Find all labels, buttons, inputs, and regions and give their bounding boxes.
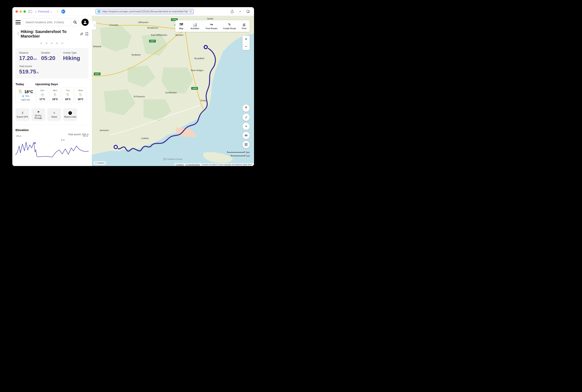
maximize-window-button[interactable] xyxy=(24,10,26,13)
sidebar: 〈 Hiking: Saundersfoot To Manorbier ★ ★ … xyxy=(12,16,92,166)
shield-label: A478 xyxy=(192,88,197,89)
today-temp: 18°C xyxy=(24,90,33,94)
route-markers-button[interactable]: 📍 xyxy=(242,104,250,112)
back-button[interactable]: 〈 xyxy=(55,10,59,14)
new-tab-icon[interactable]: ＋ xyxy=(238,10,242,14)
close-window-button[interactable] xyxy=(16,10,18,13)
stat-label: Total Ascent xyxy=(19,65,85,68)
globe-icon: 🌐 xyxy=(97,10,101,13)
action-label: Report route xyxy=(64,116,76,118)
toolbar-create-route[interactable]: ✎ Create Route xyxy=(221,20,238,32)
action-label: 3D Fly-through xyxy=(32,114,45,119)
chevron-down-icon: ⌄ xyxy=(50,10,53,13)
tabs-overview-icon[interactable] xyxy=(246,10,250,14)
back-button[interactable]: 〈 xyxy=(16,32,19,36)
zoom-in-button[interactable]: + xyxy=(242,36,250,43)
flythrough-button[interactable]: ➤ 3D Fly-through xyxy=(32,108,45,121)
shield-label: A477 xyxy=(95,73,99,75)
stat-ascent: Total Ascent 519.75m xyxy=(19,65,85,75)
share-button[interactable]: < Share xyxy=(47,108,61,121)
menu-button[interactable] xyxy=(16,20,21,24)
elevation-heading: Elevation xyxy=(16,128,89,132)
rain-icon: 🌦️ xyxy=(51,93,60,96)
account-button[interactable] xyxy=(82,19,89,26)
report-button[interactable]: ! Report route xyxy=(63,108,77,121)
map-label: Whitehill xyxy=(93,45,101,48)
attrib-osm[interactable]: © OpenStreetMap xyxy=(185,164,200,166)
link-icon[interactable] xyxy=(80,32,84,36)
svg-rect-3 xyxy=(247,10,249,12)
search-field[interactable] xyxy=(23,18,79,26)
action-label: Export GPX xyxy=(17,116,28,118)
stat-value: 05:20 xyxy=(41,55,56,61)
toolbar-find-routes[interactable]: ↬ Find Routes xyxy=(203,20,221,32)
rain-icon: 🌧️ xyxy=(38,93,47,96)
minimize-window-button[interactable] xyxy=(20,10,22,13)
map-label: Lydstep xyxy=(141,137,149,140)
scale-mi: 1mi xyxy=(246,155,250,157)
day-card: Mon 🌦️ 19°C xyxy=(49,88,61,103)
toolbar-label: Find Routes xyxy=(206,27,217,30)
profile-label: Personal xyxy=(38,10,49,13)
sidebar-toggle-icon[interactable] xyxy=(28,10,32,14)
day-name: Mon xyxy=(51,89,60,92)
precip-value: 79% xyxy=(25,95,29,97)
day-name: Sun xyxy=(38,89,47,92)
toolbar-label: Create Route xyxy=(223,27,236,30)
rain-icon: 🌦️ xyxy=(63,93,72,96)
day-temp: 18°C xyxy=(63,98,72,101)
svg-point-6 xyxy=(84,21,86,22)
share-icon[interactable] xyxy=(230,10,234,14)
fullscreen-button[interactable]: ⤢ xyxy=(242,114,250,121)
profile-picker[interactable]: ☺ Personal ⌄ xyxy=(35,10,53,13)
layers-button[interactable] xyxy=(242,141,250,148)
bookmark-icon[interactable] xyxy=(85,32,89,36)
route-title: Hiking: Saundersfoot To Manorbier xyxy=(21,30,78,38)
today-heading: Today xyxy=(16,82,35,86)
rain-sun-icon: 🌦️ xyxy=(18,89,23,94)
browser-chrome: ☺ Personal ⌄ 〈 B+ 🌐 https://explore.osma… xyxy=(12,7,254,16)
search-input[interactable] xyxy=(23,21,71,24)
svg-rect-0 xyxy=(29,10,32,13)
toolbar-label: Activities xyxy=(191,27,199,30)
zoom-out-button[interactable]: − xyxy=(242,43,250,50)
toolbar-print[interactable]: 🖨 Print xyxy=(238,20,250,32)
collapse-sidebar-button[interactable]: 〈 xyxy=(92,21,96,30)
search-button[interactable] xyxy=(71,18,79,26)
alert-icon: ! xyxy=(68,111,72,115)
elevation-chart[interactable] xyxy=(16,140,89,158)
shield-label: A477 xyxy=(150,40,155,42)
day-name: Wed xyxy=(76,89,85,92)
export-gpx-button[interactable]: ⇪ Export GPX xyxy=(16,108,30,121)
day-card: Wed 🌦️ 18°C xyxy=(75,88,86,103)
url-bar[interactable]: 🌐 https://explore.osmaps.com/route/22516… xyxy=(95,9,194,14)
map-label: Cresselly xyxy=(109,24,118,26)
view-3d-button[interactable]: 3D xyxy=(242,132,250,139)
attrib-mapbox[interactable]: © Mapbox xyxy=(175,164,184,166)
stat-value: 519.75 xyxy=(19,68,36,75)
map-label: Wooden xyxy=(175,34,183,36)
star-rating[interactable]: ★ ★ ★ ★ ★ xyxy=(12,40,92,48)
mapbox-badge[interactable]: ⓘ mapbox xyxy=(93,161,106,165)
map-label: East Williamston xyxy=(151,34,167,36)
map-label: Tenby xyxy=(200,99,206,102)
stats-card: Distance 17.20km Duration 05:20 Activity… xyxy=(16,48,89,78)
stat-unit: km xyxy=(33,58,37,60)
toolbar-activities[interactable]: 📊 Activities xyxy=(187,20,203,32)
scale-km: 1km xyxy=(245,151,250,154)
map-label: Sardis xyxy=(207,18,213,20)
locate-button[interactable]: ⌖ xyxy=(242,123,250,130)
map-label: Broadmoor xyxy=(147,26,158,29)
map-label: Gumfreston xyxy=(165,91,177,94)
toolbar-map[interactable]: 🗺 Map xyxy=(175,20,187,32)
map-canvas[interactable]: A477 A477 A477 A478 Cresselly Jeffreysto… xyxy=(92,16,254,166)
svg-text:OS: OS xyxy=(164,158,166,160)
drop-icon: 💧 xyxy=(22,95,25,97)
elevation-ascent: Total ascent: 520 m xyxy=(68,133,89,136)
stat-value: 17.20 xyxy=(19,55,33,61)
reader-icon[interactable]: ☰ xyxy=(189,10,192,13)
day-name: Tue xyxy=(63,89,72,92)
day-temp: 18°C xyxy=(76,98,85,101)
os-label: Ordnance Survey xyxy=(167,158,182,160)
bplus-badge[interactable]: B+ xyxy=(61,10,65,14)
